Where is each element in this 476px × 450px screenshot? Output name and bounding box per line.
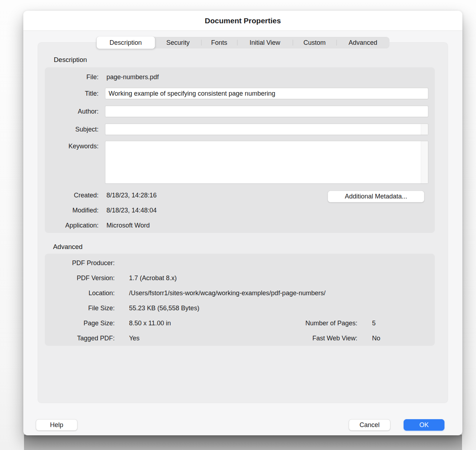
dialog-title: Document Properties (205, 16, 281, 25)
description-section-header: Description (54, 55, 87, 64)
document-properties-dialog: Document Properties Description File: pa… (23, 11, 462, 435)
cancel-button[interactable]: Cancel (349, 419, 390, 431)
advanced-section-header: Advanced (53, 242, 82, 252)
location-label: Location: (45, 288, 115, 298)
pdf-version-value: 1.7 (Acrobat 8.x) (129, 273, 177, 283)
properties-panel: Description File: page-numbers.pdf Title… (38, 42, 448, 403)
created-value: 8/18/23, 14:28:16 (106, 191, 157, 200)
keywords-textarea[interactable] (105, 141, 428, 184)
tagged-pdf-label: Tagged PDF: (45, 334, 115, 343)
subject-field-wrap (105, 124, 428, 135)
background-window-edge (24, 435, 462, 450)
number-of-pages-value: 5 (372, 319, 376, 328)
modified-value: 8/18/23, 14:48:04 (106, 206, 157, 215)
pdf-version-label: PDF Version: (45, 273, 115, 283)
author-field-wrap (105, 106, 428, 117)
file-size-value: 55.23 KB (56,558 Bytes) (129, 303, 199, 313)
ok-button[interactable]: OK (404, 419, 444, 431)
advanced-group: PDF Producer: PDF Version: 1.7 (Acrobat … (45, 254, 435, 346)
file-label: File: (45, 72, 99, 82)
subject-label: Subject: (45, 125, 99, 134)
keywords-field-wrap (105, 141, 428, 184)
description-group: File: page-numbers.pdf Title: Author: Su… (45, 67, 435, 233)
application-value: Microsoft Word (106, 221, 150, 230)
fast-web-view-value: No (372, 334, 380, 343)
fast-web-view-label: Fast Web View: (243, 334, 357, 343)
author-label: Author: (45, 107, 99, 116)
additional-metadata-button[interactable]: Additional Metadata... (328, 191, 424, 202)
page-size-label: Page Size: (45, 319, 115, 328)
tab-advanced[interactable]: Advanced (337, 37, 389, 48)
location-value: /Users/fstorr1/sites-work/wcag/working-e… (129, 288, 325, 298)
tab-description[interactable]: Description (96, 37, 155, 49)
created-label: Created: (45, 191, 99, 200)
subject-input[interactable] (105, 124, 428, 135)
file-size-label: File Size: (45, 303, 115, 313)
file-value: page-numbers.pdf (106, 72, 159, 82)
keywords-label: Keywords: (45, 142, 99, 151)
help-button[interactable]: Help (36, 419, 77, 431)
tagged-pdf-value: Yes (129, 334, 139, 343)
tab-fonts[interactable]: Fonts (201, 37, 237, 48)
pdf-producer-label: PDF Producer: (45, 258, 115, 268)
title-label: Title: (45, 89, 99, 98)
number-of-pages-label: Number of Pages: (243, 319, 357, 328)
dialog-titlebar: Document Properties (23, 11, 462, 31)
desktop-backdrop: Document Properties Description File: pa… (0, 0, 476, 450)
page-size-value: 8.50 x 11.00 in (129, 319, 171, 328)
modified-label: Modified: (45, 206, 99, 215)
title-input[interactable] (105, 88, 428, 99)
tab-security[interactable]: Security (155, 37, 201, 48)
tab-custom[interactable]: Custom (293, 37, 336, 48)
tab-bar: Description Security Fonts Initial View … (96, 37, 389, 48)
tab-initial-view[interactable]: Initial View (237, 37, 292, 48)
author-input[interactable] (105, 106, 428, 117)
title-field-wrap (105, 88, 428, 99)
application-label: Application: (45, 221, 99, 230)
